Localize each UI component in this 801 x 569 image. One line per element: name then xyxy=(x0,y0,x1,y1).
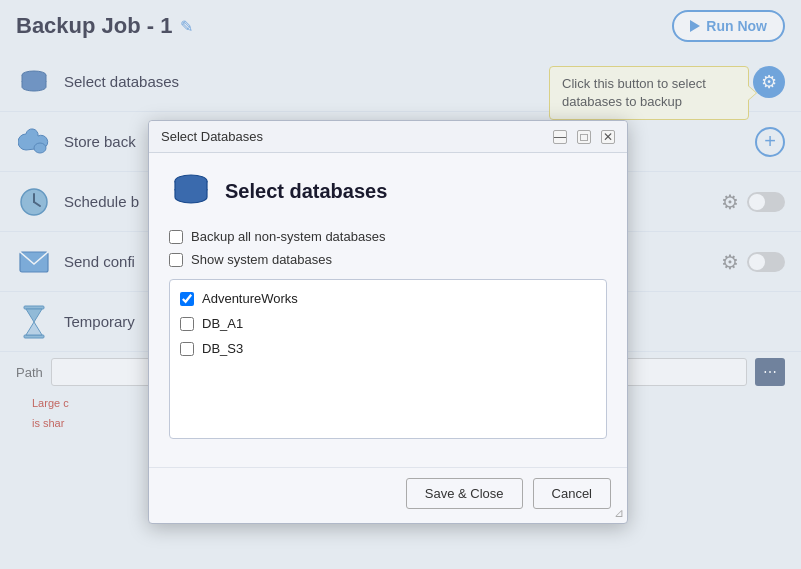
modal-maximize-button[interactable]: □ xyxy=(577,130,591,144)
cancel-button[interactable]: Cancel xyxy=(533,478,611,509)
backup-all-checkbox[interactable] xyxy=(169,230,183,244)
modal-title: Select Databases xyxy=(161,129,263,144)
show-system-row: Show system databases xyxy=(169,252,607,267)
list-item: AdventureWorks xyxy=(170,286,606,311)
modal-header-title: Select databases xyxy=(225,180,387,203)
adventureworks-checkbox[interactable] xyxy=(180,292,194,306)
modal-body: Select databases Backup all non-system d… xyxy=(149,153,627,467)
db-s3-label: DB_S3 xyxy=(202,341,243,356)
modal-db-icon xyxy=(169,169,213,213)
modal-close-button[interactable]: ✕ xyxy=(601,130,615,144)
modal-titlebar: Select Databases — □ ✕ xyxy=(149,121,627,153)
db-a1-checkbox[interactable] xyxy=(180,317,194,331)
list-item: DB_S3 xyxy=(170,336,606,361)
list-item: DB_A1 xyxy=(170,311,606,336)
adventureworks-label: AdventureWorks xyxy=(202,291,298,306)
modal-minimize-button[interactable]: — xyxy=(553,130,567,144)
select-databases-modal: Select Databases — □ ✕ xyxy=(148,120,628,524)
backup-all-row: Backup all non-system databases xyxy=(169,229,607,244)
modal-footer: Save & Close Cancel xyxy=(149,467,627,523)
main-page: Backup Job - 1 ✎ Run Now Select database… xyxy=(0,0,801,569)
show-system-checkbox[interactable] xyxy=(169,253,183,267)
db-a1-label: DB_A1 xyxy=(202,316,243,331)
modal-controls: — □ ✕ xyxy=(553,130,615,144)
db-s3-checkbox[interactable] xyxy=(180,342,194,356)
database-list: AdventureWorks DB_A1 DB_S3 xyxy=(169,279,607,439)
backup-all-label: Backup all non-system databases xyxy=(191,229,385,244)
resize-handle[interactable]: ⊿ xyxy=(614,506,624,520)
show-system-label: Show system databases xyxy=(191,252,332,267)
modal-header: Select databases xyxy=(169,169,607,213)
save-close-button[interactable]: Save & Close xyxy=(406,478,523,509)
